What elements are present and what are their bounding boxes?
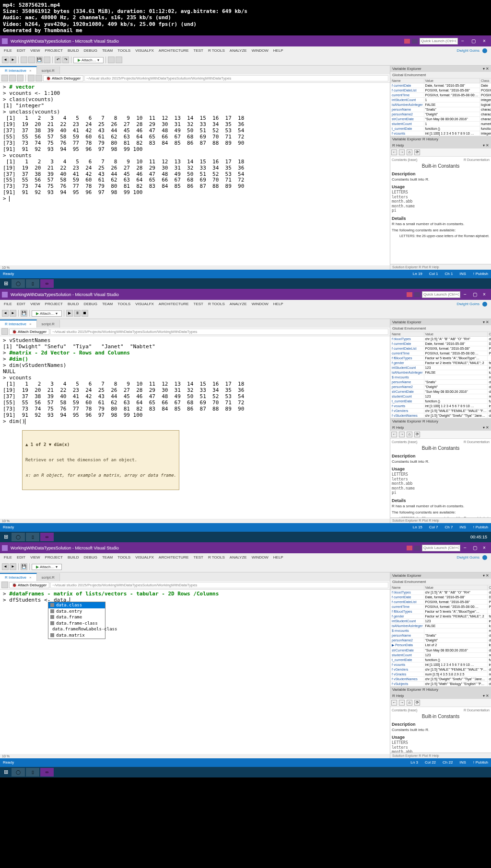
variable-row[interactable]: currentTimePOSIXct, format: "2016-05-08 … (391, 92, 491, 97)
feedback-icon[interactable] (414, 292, 420, 297)
variable-row[interactable]: t_currentDatefunction ()functionclosure (391, 126, 491, 131)
variable-row[interactable]: t_currentDatefunction ()functionclosure (391, 399, 491, 403)
help-refresh-icon[interactable]: ⟳ (414, 149, 420, 155)
debug-icon[interactable]: ▶ (66, 310, 73, 317)
variable-row[interactable]: $ mvcountsmatrixinteger (391, 375, 491, 379)
menu-analyze[interactable]: ANALYZE (228, 48, 249, 53)
variable-table[interactable]: NameValueClassTypef currentDateDate, for… (390, 78, 491, 136)
variable-row[interactable]: strCurrentDate"Sun May 08 00:00:26 2016"… (391, 116, 491, 121)
attach-button[interactable]: ▶Attach… ▾ (32, 564, 62, 570)
variable-row[interactable]: f vStudentNameschr [1:5] "Dwight" "Snefu… (391, 413, 491, 418)
footer-tabs[interactable]: Solution Explorer R Plot R Help (390, 264, 491, 270)
env-label[interactable]: Global Environment (390, 72, 491, 78)
help-fwd-icon[interactable]: → (399, 432, 405, 437)
variable-row[interactable]: f vSubjectschr [1:5] "Math" "Biology" "E… (391, 681, 491, 686)
autocomplete-item[interactable]: data.matrix (48, 632, 105, 639)
attach-button[interactable]: ▶Attach… ▾ (32, 310, 62, 317)
r-interactive-editor[interactable]: > vStudentNames[1] "Dwight" "Snefu" "Tiy… (0, 336, 390, 519)
close-button[interactable]: × (479, 292, 489, 297)
taskbar-taskview-icon[interactable]: ▯ (26, 279, 39, 288)
taskbar-1[interactable]: ⊞ ◯ ▯ ∞ (0, 278, 491, 289)
variable-row[interactable]: f genderFactor w/ 2 levels "FEMALE","MAL… (391, 360, 491, 365)
variable-row[interactable]: f vGradesnum [1:5] 4 3.5 3.8 2.9 2.5nume… (391, 672, 491, 676)
maximize-button[interactable]: ▢ (470, 545, 479, 550)
save-icon[interactable]: 💾 (21, 563, 27, 570)
minimize-button[interactable]: − (460, 545, 470, 550)
taskbar-vs-icon[interactable]: ∞ (40, 279, 54, 288)
variable-row[interactable]: f currentDateListPOSIXlt, format: "2016-… (391, 346, 491, 351)
pause-icon[interactable]: ⏸ (74, 310, 81, 317)
menu-edit[interactable]: EDIT (15, 48, 27, 53)
variable-row[interactable]: personName2"Dwight"charactercharacter (391, 112, 491, 116)
menu-tools[interactable]: TOOLS (116, 302, 132, 306)
variable-row[interactable]: t_currentDatefunction ()functionclosure (391, 657, 491, 662)
taskbar-taskview-icon[interactable]: ▯ (26, 533, 39, 541)
menu-tools[interactable]: TOOLS (116, 48, 132, 53)
variable-row[interactable]: personName2"Dwight"charactercharacter (391, 638, 491, 642)
help-content[interactable]: Constants {base}R Documentation Built-in… (390, 157, 491, 264)
nav-fwd-icon[interactable]: ► (10, 57, 16, 63)
menu-debug[interactable]: DEBUG (82, 302, 99, 306)
variable-row[interactable]: studentCount123numericdouble (391, 394, 491, 399)
tab-script[interactable]: script.R (37, 320, 60, 328)
variable-row[interactable]: personName"Snafu"charactercharacter (391, 379, 491, 384)
variable-row[interactable]: f currentDateDate, format: "2016-05-08"D… (391, 83, 491, 88)
menu-file[interactable]: FILE (2, 48, 14, 53)
variable-row[interactable]: isANumberAsIntegerFALSElogicallogical (391, 623, 491, 628)
start-icon[interactable]: ⊞ (1, 279, 11, 288)
et-icon[interactable] (1, 582, 8, 588)
quick-launch-input[interactable] (422, 291, 460, 298)
user-avatar-icon[interactable] (482, 555, 487, 560)
variable-row[interactable]: personName2"Dwight"charactercharacter (391, 384, 491, 389)
attach-button[interactable]: ▶Attach… ▾ (73, 57, 104, 63)
menu-help[interactable]: HELP (271, 302, 285, 306)
step2-icon[interactable] (116, 57, 122, 63)
variable-table[interactable]: NameValueClassTypef bloodTypeschr [1:5] … (390, 585, 491, 686)
step-icon[interactable] (108, 57, 115, 63)
taskbar-cortana-icon[interactable]: ◯ (12, 768, 25, 777)
tab-interactive[interactable]: R Interactive× (0, 320, 37, 328)
help-content[interactable]: Constants {base}R Documentation Built-in… (390, 707, 491, 753)
variable-row[interactable]: f vGenderschr [1:5] "MALE" "FEMALE" "MAL… (391, 667, 491, 672)
help-back-icon[interactable]: ← (391, 700, 397, 706)
nav-back-icon[interactable]: ◄ (2, 563, 9, 570)
notification-flag-icon[interactable] (407, 546, 412, 550)
autocomplete-item[interactable]: data.frameRowLabels-class (48, 626, 105, 632)
menu-window[interactable]: WINDOW (250, 48, 270, 53)
menu-project[interactable]: PROJECT (43, 302, 65, 306)
stop-icon[interactable]: ⏹ (82, 310, 88, 317)
variable-row[interactable]: f vcountsint [1:100] 1 2 3 4 5 6 7 8 9 1… (391, 662, 491, 667)
menu-build[interactable]: BUILD (66, 48, 81, 53)
rhelp-header[interactable]: R Help▾ ✕ (390, 142, 491, 148)
et-icon5[interactable] (35, 75, 42, 81)
variable-table[interactable]: NameValueClassTypef bloodTypeschr [1:5] … (390, 331, 491, 418)
titlebar[interactable]: WorkingWithDataTypesSolution - Microsoft… (0, 289, 491, 300)
menu-window[interactable]: WINDOW (250, 302, 270, 306)
feedback-icon[interactable] (412, 39, 418, 44)
maximize-button[interactable]: ▢ (470, 292, 479, 297)
et-icon2[interactable] (9, 75, 16, 81)
help-fwd-icon[interactable]: → (399, 149, 405, 155)
nav-back-icon[interactable]: ◄ (2, 57, 9, 63)
help-home-icon[interactable]: ⌂ (407, 432, 412, 437)
titlebar[interactable]: WorkingWithDataTypesSolution - Microsoft… (0, 543, 491, 553)
zoom-level[interactable]: 10 % (2, 519, 10, 523)
taskbar-taskview-icon[interactable]: ▯ (26, 768, 39, 777)
autocomplete-item[interactable]: data.frame (48, 614, 105, 620)
notification-flag-icon[interactable] (407, 292, 412, 297)
menu-edit[interactable]: EDIT (15, 302, 27, 306)
tab-interactive[interactable]: R Interactive× (0, 66, 37, 74)
nav-fwd-icon[interactable]: ► (10, 310, 16, 317)
publish-button[interactable]: ↑ Publish (473, 760, 488, 765)
et-icon[interactable] (1, 328, 8, 335)
autocomplete-item[interactable]: data.entry (48, 608, 105, 615)
variable-row[interactable]: f fBloodTypesFactor w/ 5 levels "A","Blo… (391, 355, 491, 360)
tab-interactive[interactable]: R Interactive× (0, 573, 37, 581)
var-explorer-header[interactable]: Variable Explorer▾ ✕ (390, 66, 491, 72)
variable-row[interactable]: currentTimePOSIXct, format: "2016-05-08 … (391, 604, 491, 609)
taskbar-vs-icon[interactable]: ∞ (40, 768, 54, 777)
notification-flag-icon[interactable] (404, 39, 410, 44)
menu-visualfx[interactable]: VISUALFX (133, 302, 156, 306)
menu-test[interactable]: TEST (192, 302, 205, 306)
taskbar-time[interactable]: 00:45:15 (468, 535, 490, 539)
